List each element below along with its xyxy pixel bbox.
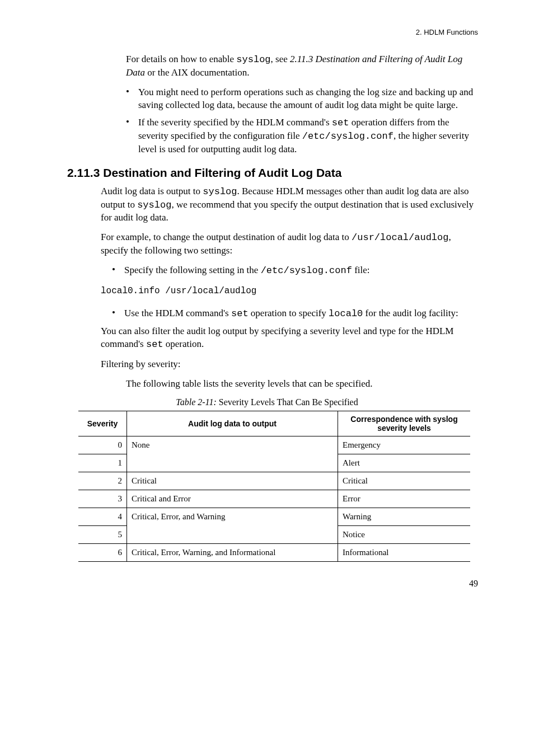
code-block: local0.info /usr/local/audlog: [101, 286, 478, 296]
page-number: 49: [56, 579, 478, 589]
text-run: file:: [352, 265, 370, 275]
bullet-item: • Specify the following setting in the /…: [112, 264, 478, 278]
bullet-marker: •: [126, 116, 138, 156]
cell-severity: 5: [78, 525, 127, 543]
bullet-item: • If the severity specified by the HDLM …: [126, 116, 478, 156]
paragraph: The following table lists the severity l…: [126, 378, 478, 391]
cell-correspondence: Warning: [338, 508, 471, 525]
bullet-marker: •: [112, 264, 124, 278]
table-header-severity: Severity: [78, 411, 127, 436]
table-row: 1 Alert: [78, 454, 470, 472]
bullet-list: • Use the HDLM command's set operation t…: [112, 307, 478, 321]
bullet-item: • Use the HDLM command's set operation t…: [112, 307, 478, 321]
inline-code: syslog: [236, 54, 270, 65]
bullet-text: Specify the following setting in the /et…: [124, 264, 478, 278]
page-header: 2. HDLM Functions: [56, 28, 478, 36]
severity-table: Severity Audit log data to output Corres…: [78, 411, 470, 562]
inline-code: /usr/local/audlog: [352, 232, 448, 243]
bullet-text: If the severity specified by the HDLM co…: [138, 116, 478, 156]
text-run: , see: [271, 54, 290, 64]
cell-correspondence: Emergency: [338, 436, 471, 454]
caption-text: Severity Levels That Can Be Specified: [219, 397, 358, 407]
table-row: 5 Notice: [78, 525, 470, 543]
section-heading: 2.11.3 Destination and Filtering of Audi…: [67, 166, 478, 180]
table-header-output: Audit log data to output: [127, 411, 338, 436]
bullet-marker: •: [112, 307, 124, 321]
cell-severity: 1: [78, 454, 127, 472]
table-row: 0 None Emergency: [78, 436, 470, 454]
text-run: Audit log data is output to: [101, 186, 203, 196]
bullet-item: • You might need to perform operations s…: [126, 86, 478, 112]
cell-correspondence: Alert: [338, 454, 471, 472]
table-row: 3 Critical and Error Error: [78, 490, 470, 508]
cell-output: Critical: [127, 472, 338, 490]
table-row: 2 Critical Critical: [78, 472, 470, 490]
cell-output: [127, 454, 338, 472]
cell-severity: 0: [78, 436, 127, 454]
paragraph: Filtering by severity:: [101, 358, 478, 371]
cell-correspondence: Notice: [338, 525, 471, 543]
cell-correspondence: Critical: [338, 472, 471, 490]
cell-severity: 2: [78, 472, 127, 490]
cell-correspondence: Error: [338, 490, 471, 508]
inline-code: syslog: [137, 200, 171, 210]
inline-code: set: [332, 118, 349, 128]
bullet-marker: •: [126, 86, 138, 112]
cell-severity: 3: [78, 490, 127, 508]
text-run: operation.: [163, 339, 204, 349]
text-run: If the severity specified by the HDLM co…: [138, 117, 332, 128]
cell-output: Critical and Error: [127, 490, 338, 508]
caption-label: Table 2-11:: [176, 397, 218, 407]
text-run: or the AIX documentation.: [145, 67, 250, 78]
cell-correspondence: Informational: [338, 543, 471, 561]
bullet-text: You might need to perform operations suc…: [138, 86, 478, 112]
text-run: Use the HDLM command's: [124, 308, 231, 318]
table-row: 4 Critical, Error, and Warning Warning: [78, 508, 470, 525]
cell-severity: 6: [78, 543, 127, 561]
bullet-list: • You might need to perform operations s…: [126, 86, 478, 156]
document-page: 2. HDLM Functions For details on how to …: [0, 0, 534, 617]
inline-code: set: [146, 339, 163, 350]
table-caption: Table 2-11: Severity Levels That Can Be …: [56, 397, 478, 407]
table-header-correspondence: Correspondence with syslog severity leve…: [338, 411, 471, 436]
cell-output: Critical, Error, Warning, and Informatio…: [127, 543, 338, 561]
table-row: 6 Critical, Error, Warning, and Informat…: [78, 543, 470, 561]
cell-output: [127, 525, 338, 543]
cell-output: Critical, Error, and Warning: [127, 508, 338, 525]
cell-severity: 4: [78, 508, 127, 525]
inline-code: /etc/syslog.conf: [302, 131, 394, 142]
inline-code: set: [231, 308, 249, 319]
cell-output: None: [127, 436, 338, 454]
table-header-row: Severity Audit log data to output Corres…: [78, 411, 470, 436]
text-run: Specify the following setting in the: [124, 265, 261, 275]
paragraph: Audit log data is output to syslog. Beca…: [101, 185, 478, 225]
paragraph: For example, to change the output destin…: [101, 231, 478, 257]
text-run: For example, to change the output destin…: [101, 232, 352, 242]
continuation-paragraph: For details on how to enable syslog, see…: [126, 53, 478, 79]
inline-code: local0: [329, 308, 363, 319]
text-run: For details on how to enable: [126, 54, 236, 64]
inline-code: /etc/syslog.conf: [261, 265, 352, 276]
text-run: operation to specify: [249, 308, 329, 318]
bullet-text: Use the HDLM command's set operation to …: [124, 307, 478, 321]
inline-code: syslog: [203, 186, 237, 197]
paragraph: You can also filter the audit log output…: [101, 325, 478, 351]
text-run: for the audit log facility:: [363, 308, 458, 318]
bullet-list: • Specify the following setting in the /…: [112, 264, 478, 278]
